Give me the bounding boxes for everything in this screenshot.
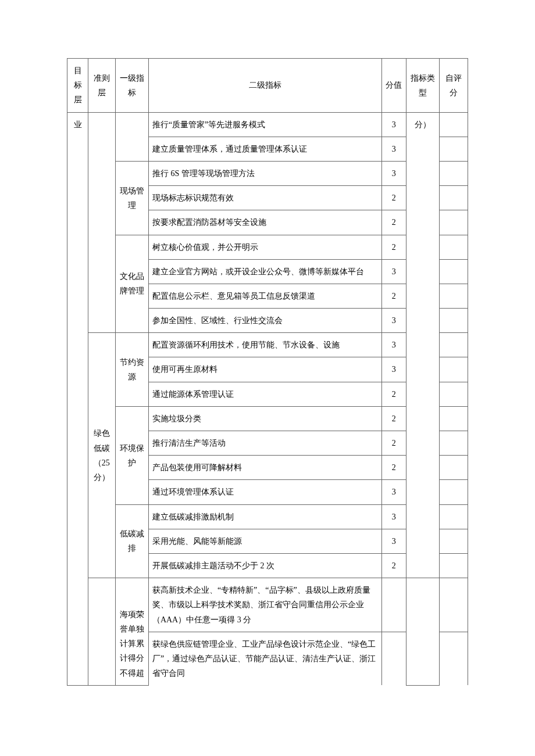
score-cell: 2 [381, 186, 406, 210]
table-header-row: 目标层 准则层 一级指标 二级指标 分值 指标类型 自评分 [67, 59, 468, 113]
score-cell: 2 [381, 431, 406, 456]
score-cell [381, 632, 406, 685]
score-cell: 3 [381, 161, 406, 185]
self-score-cell[interactable] [440, 632, 468, 685]
score-cell: 2 [381, 284, 406, 308]
primary-cell-save: 节约资源 [115, 333, 148, 407]
score-cell: 3 [381, 259, 406, 284]
self-score-cell[interactable] [440, 529, 468, 553]
score-cell [381, 578, 406, 632]
primary-cell-honor: 海项荣誉单独计算累计得分 不得超 [115, 578, 148, 686]
secondary-cell: 按要求配置消防器材等安全设施 [148, 210, 381, 235]
self-score-cell[interactable] [440, 456, 468, 480]
secondary-cell: 推行“质量管家”等先进服务模式 [148, 112, 381, 137]
self-score-cell[interactable] [440, 210, 468, 235]
secondary-cell: 推行清洁生产等活动 [148, 431, 381, 456]
secondary-cell: 获绿色供应链管理企业、工业产品绿色设计示范企业、“绿色工厂”，通过绿色产品认证、… [148, 632, 381, 685]
self-score-cell[interactable] [440, 504, 468, 529]
self-score-cell[interactable] [440, 382, 468, 406]
score-cell: 2 [381, 210, 406, 235]
score-cell: 2 [381, 406, 406, 431]
page-container: 目标层 准则层 一级指标 二级指标 分值 指标类型 自评分 业 推行“质量管家”… [0, 0, 535, 709]
header-primary: 一级指标 [115, 59, 148, 113]
secondary-cell: 开展低碳减排主题活动不少于 2 次 [148, 553, 381, 578]
score-cell: 3 [381, 112, 406, 137]
header-score: 分值 [381, 59, 406, 113]
primary-cell-culture: 文化品牌管理 [115, 235, 148, 333]
self-score-cell[interactable] [440, 480, 468, 504]
goal-cell: 业 [67, 112, 88, 685]
secondary-cell: 推行 6S 管理等现场管理方法 [148, 161, 381, 185]
self-score-cell[interactable] [440, 259, 468, 284]
secondary-cell: 实施垃圾分类 [148, 406, 381, 431]
header-self: 自评分 [440, 59, 468, 113]
type-cell: 分） [406, 112, 439, 578]
score-cell: 3 [381, 480, 406, 504]
secondary-cell: 使用可再生原材料 [148, 357, 381, 382]
header-goal: 目标层 [67, 59, 88, 113]
secondary-cell: 获高新技术企业、“专精特新”、“品字标”、县级以上政府质量奖、市级以上科学技术奖… [148, 578, 381, 632]
score-cell: 3 [381, 504, 406, 529]
primary-cell-env: 环境保护 [115, 406, 148, 504]
type-cell-honor [406, 578, 439, 686]
self-score-cell[interactable] [440, 161, 468, 185]
self-score-cell[interactable] [440, 357, 468, 382]
secondary-cell: 参加全国性、区域性、行业性交流会 [148, 309, 381, 333]
score-cell: 3 [381, 357, 406, 382]
evaluation-table: 目标层 准则层 一级指标 二级指标 分值 指标类型 自评分 业 推行“质量管家”… [67, 58, 468, 686]
self-score-cell[interactable] [440, 406, 468, 431]
primary-cell-site: 现场管理 [115, 161, 148, 235]
score-cell: 3 [381, 333, 406, 357]
secondary-cell: 建立企业官方网站，或开设企业公众号、微博等新媒体平台 [148, 259, 381, 284]
primary-cell-quality [115, 112, 148, 161]
primary-cell-lowc: 低碳减排 [115, 504, 148, 578]
score-cell: 2 [381, 382, 406, 406]
secondary-cell: 建立质量管理体系，通过质量管理体系认证 [148, 137, 381, 161]
secondary-cell: 配置信息公示栏、意见箱等员工信息反馈渠道 [148, 284, 381, 308]
secondary-cell: 采用光能、风能等新能源 [148, 529, 381, 553]
table-row: 业 推行“质量管家”等先进服务模式 3 分） [67, 112, 468, 137]
score-cell: 2 [381, 235, 406, 259]
table-row: 海项荣誉单独计算累计得分 不得超 获高新技术企业、“专精特新”、“品字标”、县级… [67, 578, 468, 632]
self-score-cell[interactable] [440, 553, 468, 578]
score-cell: 3 [381, 137, 406, 161]
secondary-cell: 建立低碳减排激励机制 [148, 504, 381, 529]
self-score-cell[interactable] [440, 235, 468, 259]
header-criteria: 准则层 [88, 59, 116, 113]
self-score-cell[interactable] [440, 309, 468, 333]
criteria-cell-honor [88, 578, 116, 686]
self-score-cell[interactable] [440, 431, 468, 456]
secondary-cell: 通过能源体系管理认证 [148, 382, 381, 406]
score-cell: 3 [381, 309, 406, 333]
score-cell: 3 [381, 529, 406, 553]
self-score-cell[interactable] [440, 333, 468, 357]
self-score-cell[interactable] [440, 137, 468, 161]
header-type: 指标类型 [406, 59, 439, 113]
secondary-cell: 树立核心价值观，并公开明示 [148, 235, 381, 259]
criteria-cell-green: 绿色低碳（25分） [88, 333, 116, 578]
self-score-cell[interactable] [440, 112, 468, 137]
score-cell: 2 [381, 553, 406, 578]
secondary-cell: 现场标志标识规范有效 [148, 186, 381, 210]
secondary-cell: 产品包装使用可降解材料 [148, 456, 381, 480]
self-score-cell[interactable] [440, 578, 468, 632]
criteria-cell-upper [88, 112, 116, 333]
secondary-cell: 配置资源循环利用技术，使用节能、节水设备、设施 [148, 333, 381, 357]
header-secondary: 二级指标 [148, 59, 381, 113]
score-cell: 2 [381, 456, 406, 480]
self-score-cell[interactable] [440, 284, 468, 308]
self-score-cell[interactable] [440, 186, 468, 210]
secondary-cell: 通过环境管理体系认证 [148, 480, 381, 504]
